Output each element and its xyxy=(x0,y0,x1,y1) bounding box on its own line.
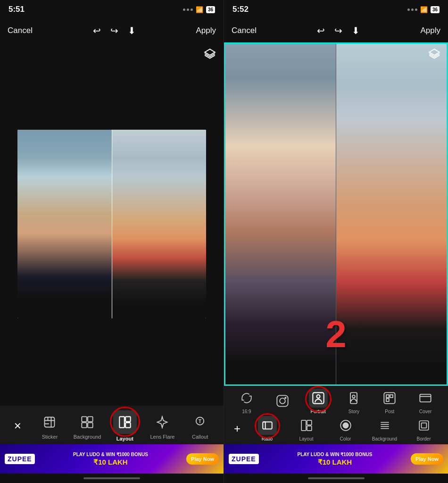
right-redo-icon[interactable]: ↪ xyxy=(334,25,342,36)
story-ratio-tool[interactable]: Story xyxy=(336,389,372,414)
right-background-icon xyxy=(375,416,394,435)
right-ad-banner[interactable]: ZUPEE PLAY LUDO & WIN ₹1000 BONUS ₹10 LA… xyxy=(224,444,448,474)
portrait-icon xyxy=(309,389,328,408)
left-cancel-button[interactable]: Cancel xyxy=(8,26,33,35)
left-canvas xyxy=(0,42,224,406)
right-save-icon[interactable]: ⬇ xyxy=(352,25,360,36)
portrait-ratio-tool[interactable]: Portrait xyxy=(300,389,336,414)
right-time: 5:52 xyxy=(232,5,249,14)
svg-point-18 xyxy=(352,395,355,398)
svg-rect-26 xyxy=(301,420,306,431)
left-apply-button[interactable]: Apply xyxy=(196,26,216,35)
cover-label: Cover xyxy=(419,409,432,414)
svg-rect-35 xyxy=(419,421,429,430)
cover-icon xyxy=(416,389,435,408)
add-button[interactable]: + xyxy=(229,420,246,437)
right-header: Cancel ↩ ↪ ⬇ Apply xyxy=(224,19,448,42)
right-ad-cta[interactable]: Play Now xyxy=(411,453,443,465)
right-ad-text: PLAY LUDO & WIN ₹1000 BONUS ₹10 LAKH xyxy=(259,451,411,467)
story-label: Story xyxy=(348,409,359,414)
collage-right-photo xyxy=(112,130,207,318)
right-wifi-icon: 📶 xyxy=(420,6,428,13)
right-layout-label: Layout xyxy=(299,436,313,441)
right-background-tool[interactable]: Background xyxy=(365,416,404,441)
right-full-image: 2 xyxy=(224,42,448,386)
post-ratio-tool[interactable]: Post xyxy=(372,389,407,414)
instagram-icon xyxy=(273,391,292,410)
left-time: 5:51 xyxy=(8,5,25,14)
lens-flare-icon xyxy=(152,412,172,432)
sticker-icon xyxy=(40,412,59,432)
svg-rect-5 xyxy=(88,423,93,428)
svg-rect-12 xyxy=(277,395,288,406)
svg-rect-1 xyxy=(45,417,55,427)
left-ad-banner[interactable]: ZUPEE PLAY LUDO & WIN ₹1000 BONUS ₹10 LA… xyxy=(0,444,224,474)
left-status-icons: 📶 36 xyxy=(183,6,215,13)
svg-point-30 xyxy=(342,423,348,429)
left-sticker-tool[interactable]: Sticker xyxy=(35,412,64,440)
right-layout-tool[interactable]: Layout xyxy=(287,416,326,441)
right-apply-button[interactable]: Apply xyxy=(420,26,440,35)
svg-rect-20 xyxy=(386,395,389,398)
post-label: Post xyxy=(385,409,394,414)
right-layers-button[interactable] xyxy=(428,48,440,63)
post-icon xyxy=(380,389,399,408)
border-label: Border xyxy=(416,436,431,441)
callout-label: Callout xyxy=(192,434,208,440)
ratio-16-9-label: 16:9 xyxy=(242,409,251,414)
right-battery: 36 xyxy=(431,6,440,13)
right-undo-icon[interactable]: ↩ xyxy=(317,25,325,36)
left-header-icons: ↩ ↪ ⬇ xyxy=(93,25,136,36)
right-right-photo xyxy=(336,44,447,384)
left-screen: 5:51 📶 36 Cancel ↩ ↪ ⬇ Apply xyxy=(0,0,224,483)
right-ad-amount: ₹10 LAKH xyxy=(263,458,407,467)
right-layout-icon xyxy=(297,416,316,435)
left-ad-copy: PLAY LUDO & WIN ₹1000 BONUS xyxy=(39,451,183,458)
left-ad-text: PLAY LUDO & WIN ₹1000 BONUS ₹10 LAKH xyxy=(35,451,186,467)
svg-rect-36 xyxy=(421,423,426,428)
right-tool-row1: 16:9 xyxy=(224,389,448,416)
right-cancel-button[interactable]: Cancel xyxy=(232,26,257,35)
color-label: Color xyxy=(340,436,351,441)
left-save-icon[interactable]: ⬇ xyxy=(128,25,136,36)
instagram-ratio-tool[interactable] xyxy=(265,391,300,412)
ratio-icon xyxy=(258,416,277,435)
ratio-swap-icon xyxy=(237,389,256,408)
left-background-tool[interactable]: Background xyxy=(73,412,101,440)
svg-rect-4 xyxy=(82,423,87,428)
left-header: Cancel ↩ ↪ ⬇ Apply xyxy=(0,19,224,42)
right-ad-copy: PLAY LUDO & WIN ₹1000 BONUS xyxy=(263,451,407,458)
cover-ratio-tool[interactable]: Cover xyxy=(407,389,443,414)
svg-rect-8 xyxy=(125,423,131,428)
left-ad-cta[interactable]: Play Now xyxy=(186,453,219,465)
left-layout-tool[interactable]: Layout xyxy=(111,410,139,441)
story-icon xyxy=(344,389,363,408)
left-callout-tool[interactable]: T Callout xyxy=(186,412,214,440)
right-tool-row2: + Ratio xyxy=(224,416,448,441)
right-home-bar xyxy=(308,477,365,479)
right-status-bar: 5:52 📶 36 xyxy=(224,0,448,19)
left-home-indicator xyxy=(0,474,224,483)
right-header-icons: ↩ ↪ ⬇ xyxy=(317,25,360,36)
portrait-label: Portrait xyxy=(310,409,325,414)
ratio-tool[interactable]: Ratio xyxy=(248,416,287,441)
right-screen: 5:52 📶 36 Cancel ↩ ↪ ⬇ Apply xyxy=(224,0,448,483)
left-ad-amount: ₹10 LAKH xyxy=(39,458,183,467)
left-undo-icon[interactable]: ↩ xyxy=(93,25,101,36)
left-redo-icon[interactable]: ↪ xyxy=(110,25,118,36)
ratio-16-9-tool[interactable]: 16:9 xyxy=(229,389,265,414)
color-tool[interactable]: Color xyxy=(326,416,365,441)
svg-rect-3 xyxy=(88,416,93,422)
left-close-button[interactable]: ✕ xyxy=(9,417,26,434)
number-2-label: 2 xyxy=(325,313,347,356)
svg-rect-7 xyxy=(125,416,131,422)
right-background-label: Background xyxy=(372,436,397,441)
svg-point-13 xyxy=(280,398,285,404)
color-icon xyxy=(336,416,355,435)
svg-rect-28 xyxy=(307,426,312,431)
wifi-icon: 📶 xyxy=(196,6,203,13)
left-lens-flare-tool[interactable]: Lens Flare xyxy=(148,412,176,440)
border-tool[interactable]: Border xyxy=(404,416,443,441)
left-layers-button[interactable] xyxy=(204,48,216,63)
left-collage xyxy=(17,130,206,318)
